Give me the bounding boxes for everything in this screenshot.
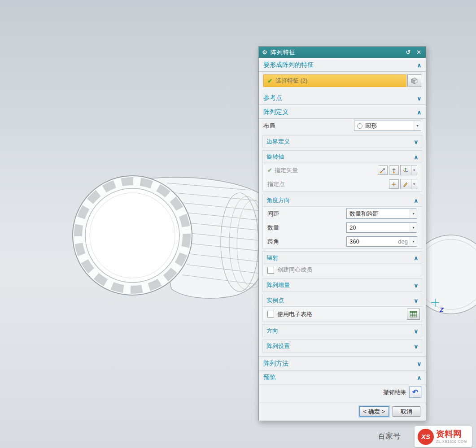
select-feature-label: 选择特征 (2)	[275, 77, 308, 85]
cube-icon	[410, 77, 418, 85]
gear-end-face[interactable]	[73, 176, 192, 295]
use-spreadsheet-label: 使用电子表格	[277, 310, 312, 318]
layout-label: 布局	[263, 122, 275, 130]
undo-result-button[interactable]: ↶	[409, 387, 421, 398]
span-angle-input[interactable]: 360 deg ▾	[346, 236, 417, 247]
chevron-down-icon[interactable]: ▾	[410, 237, 417, 246]
spacing-dropdown[interactable]: 数量和跨距 ▾	[346, 209, 417, 219]
pattern-feature-dialog: ⚙ 阵列特征 ↺ ✕ 要形成阵列的特征 ∧ ✔ 选择特征 (2) 参考点 ∨ 阵…	[258, 46, 426, 421]
point-dialog-button[interactable]	[389, 179, 399, 189]
chevron-down-icon[interactable]: ∨	[414, 139, 418, 145]
create-concentric-checkbox[interactable]	[267, 267, 274, 274]
subsection-header-boundary[interactable]: 边界定义 ∨	[263, 135, 422, 148]
subsection-title: 阵列设置	[266, 342, 290, 350]
section-header-pattern-method[interactable]: 阵列方法 ∨	[259, 356, 426, 370]
subsection-title: 实例点	[266, 296, 284, 304]
subsection-title: 阵列增量	[266, 281, 290, 289]
chevron-up-icon[interactable]: ∧	[417, 375, 421, 381]
chevron-up-icon[interactable]: ∧	[414, 255, 418, 261]
feature-cube-button[interactable]	[407, 74, 421, 87]
section-header-pattern-definition[interactable]: 阵列定义 ∧	[259, 105, 426, 119]
subsection-header-pattern-increment[interactable]: 阵列增量 ∨	[263, 279, 422, 291]
subpanel-pattern-settings: 阵列设置 ∨	[262, 339, 422, 352]
chevron-up-icon[interactable]: ∧	[414, 198, 418, 204]
subsection-title: 旋转轴	[266, 153, 284, 161]
vector-method-split-button[interactable]: ▾	[400, 165, 417, 175]
subsection-title: 方向	[266, 327, 278, 335]
section-title: 参考点	[263, 94, 282, 102]
subpanel-orientation: 方向 ∨	[262, 324, 422, 337]
chevron-down-icon[interactable]: ∨	[417, 96, 421, 101]
subsection-header-angle-direction[interactable]: 角度方向 ∧	[263, 194, 422, 207]
dialog-titlebar[interactable]: ⚙ 阵列特征 ↺ ✕	[259, 47, 426, 58]
vector-dialog-button[interactable]	[378, 165, 388, 175]
select-feature-field[interactable]: ✔ 选择特征 (2)	[263, 74, 406, 87]
undo-result-label: 撤销结果	[383, 388, 406, 396]
chevron-down-icon[interactable]: ∨	[414, 283, 418, 288]
subpanel-instance-points: 实例点 ∨ 使用电子表格	[262, 294, 422, 322]
chevron-up-icon[interactable]: ∧	[417, 62, 421, 68]
section-header-reference-point[interactable]: 参考点 ∨	[259, 91, 426, 105]
reset-button[interactable]: ↺	[404, 49, 412, 56]
subpanel-angle-direction: 角度方向 ∧ 间距 数量和跨距 ▾ 数量 20 ▾ 跨角	[262, 194, 422, 249]
chevron-down-icon[interactable]: ▾	[414, 121, 421, 130]
specify-point-label: 指定点	[267, 180, 285, 188]
subsection-title: 辐射	[266, 254, 278, 262]
subsection-header-rotation-axis[interactable]: 旋转轴 ∧	[263, 151, 422, 163]
count-input[interactable]: 20 ▾	[346, 222, 417, 233]
axis-triad-icon	[400, 165, 411, 175]
count-value: 20	[349, 224, 356, 231]
subsection-title: 角度方向	[266, 196, 290, 204]
site-name: 资料网	[436, 430, 467, 438]
layout-value: 圆形	[365, 122, 377, 130]
xs-logo-icon: XS	[418, 429, 434, 445]
layout-row: 布局 圆形 ▾	[259, 119, 426, 133]
layout-dropdown[interactable]: 圆形 ▾	[354, 121, 421, 131]
chevron-up-icon[interactable]: ∧	[414, 154, 418, 160]
chevron-down-icon[interactable]: ∨	[414, 344, 418, 349]
dialog-footer: < 确定 > 取消	[259, 402, 426, 421]
cancel-button[interactable]: 取消	[393, 406, 420, 417]
circular-layout-icon	[357, 123, 362, 129]
span-angle-label: 跨角	[267, 238, 279, 246]
section-header-features-to-pattern[interactable]: 要形成阵列的特征 ∧	[259, 58, 426, 72]
unit-dropdown[interactable]: deg	[398, 238, 410, 245]
specify-vector-row: ✔ 指定矢量	[263, 163, 422, 177]
spreadsheet-button[interactable]	[407, 309, 420, 320]
subsection-header-orientation[interactable]: 方向 ∨	[263, 325, 422, 337]
check-icon: ✔	[267, 78, 272, 84]
watermark-logo: XS 资料网 ZL.XS1616.COM	[415, 426, 472, 447]
chevron-down-icon[interactable]: ▾	[411, 165, 417, 175]
chevron-down-icon[interactable]: ∨	[414, 298, 418, 304]
point-method-split-button[interactable]: ▾	[400, 179, 417, 189]
two-point-vector-icon	[380, 167, 386, 174]
subsection-header-instance-points[interactable]: 实例点 ∨	[263, 294, 422, 307]
subsection-header-radiate[interactable]: 辐射 ∧	[263, 252, 422, 264]
z-axis-label: Z	[439, 306, 444, 313]
section-title: 预览	[263, 374, 276, 382]
close-button[interactable]: ✕	[415, 49, 423, 56]
chevron-down-icon[interactable]: ∨	[414, 328, 418, 334]
create-concentric-row: 创建同心成员	[263, 264, 422, 276]
use-spreadsheet-checkbox[interactable]	[267, 311, 274, 318]
span-angle-value: 360	[349, 238, 359, 245]
chevron-down-icon[interactable]: ▾	[411, 179, 417, 189]
ok-button[interactable]: < 确定 >	[359, 406, 389, 417]
subsection-header-pattern-settings[interactable]: 阵列设置 ∨	[263, 340, 422, 352]
section-title: 要形成阵列的特征	[263, 61, 314, 69]
chevron-down-icon[interactable]: ▾	[410, 209, 417, 218]
chevron-down-icon[interactable]: ▾	[410, 223, 417, 232]
watermark-text-block: 资料网 ZL.XS1616.COM	[436, 430, 467, 444]
section-header-preview[interactable]: 预览 ∧	[259, 370, 426, 384]
subpanel-radiate: 辐射 ∧ 创建同心成员	[262, 251, 422, 276]
check-icon: ✔	[267, 167, 272, 174]
undo-icon: ↶	[412, 388, 418, 396]
chevron-down-icon[interactable]: ∨	[417, 361, 421, 367]
subpanel-boundary-definition: 边界定义 ∨	[262, 135, 422, 148]
undo-result-row: 撤销结果 ↶	[259, 384, 426, 402]
count-label: 数量	[267, 224, 279, 232]
subpanel-pattern-increment: 阵列增量 ∨	[262, 278, 422, 291]
inferred-vector-button[interactable]	[389, 165, 399, 175]
span-angle-row: 跨角 360 deg ▾	[263, 235, 422, 248]
chevron-up-icon[interactable]: ∧	[417, 109, 421, 115]
